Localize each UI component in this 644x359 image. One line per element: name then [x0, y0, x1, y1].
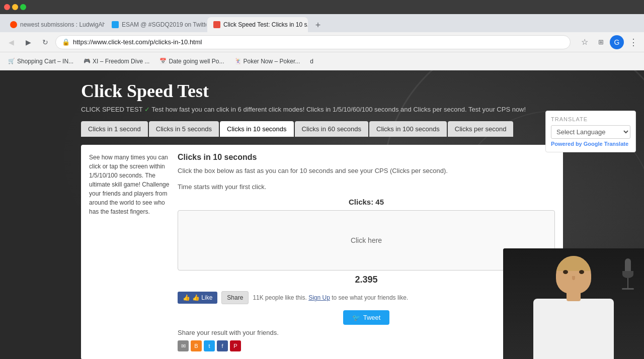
- star-icon[interactable]: ☆: [578, 35, 592, 49]
- sidebar-text: See how many times you can click or tap …: [89, 153, 170, 216]
- site-title: Click Speed Test: [81, 80, 563, 102]
- bookmark-icon-poker: 🃏: [234, 58, 242, 64]
- bookmark-xi[interactable]: 🎮 XI – Freedom Dive ...: [79, 55, 153, 68]
- social-row: 👍 👍 Like Share 11K people like this. Sig…: [178, 291, 555, 304]
- main-panel: Clicks in 10 seconds Click the box below…: [178, 153, 555, 351]
- twitter-icon: 🐦: [352, 314, 360, 321]
- shirt: [533, 299, 614, 359]
- tweet-label: Tweet: [363, 314, 381, 321]
- website-inner: Click Speed Test CLICK SPEED TEST ✓ Test…: [73, 70, 571, 359]
- tweet-button[interactable]: 🐦 Tweet: [343, 310, 390, 325]
- thumbs-up-icon: 👍: [183, 294, 190, 301]
- url-text: https://www.click-test.com/p/clicks-in-1…: [73, 38, 202, 46]
- tab-twitter[interactable]: ESAM @ #SGDQ2019 on Twitter:... ✕: [106, 17, 206, 32]
- address-bar[interactable]: 🔒 https://www.click-test.com/p/clicks-in…: [55, 35, 571, 49]
- left-eye: [563, 270, 568, 274]
- bookmark-icon-date: 📅: [159, 58, 167, 64]
- translate-powered: Powered by Google Translate: [551, 141, 630, 147]
- share-email-icon[interactable]: ✉: [178, 340, 189, 351]
- section-title: Clicks in 10 seconds: [178, 153, 555, 162]
- head: [556, 256, 591, 294]
- like-button[interactable]: 👍 👍 Like: [178, 292, 217, 304]
- tab-100seconds[interactable]: Clicks in 100 seconds: [369, 121, 447, 137]
- bookmark-poker[interactable]: 🃏 Poker Now – Poker...: [230, 55, 304, 68]
- tab-label-twitter: ESAM @ #SGDQ2019 on Twitter:...: [122, 21, 206, 28]
- sidebar: See how many times you can click or tap …: [89, 153, 170, 351]
- website: Click Speed Test CLICK SPEED TEST ✓ Test…: [0, 70, 644, 359]
- tab-clicktest[interactable]: Click Speed Test: Clicks in 10 s... ✕: [207, 17, 308, 32]
- right-eye: [579, 270, 584, 274]
- bookmark-date[interactable]: 📅 Date going well Po...: [155, 55, 228, 68]
- share-result-text: Share your result with your friends.: [178, 329, 555, 336]
- new-tab-button[interactable]: +: [311, 18, 325, 32]
- mode-tabs: Clicks in 1 second Clicks in 5 seconds C…: [81, 121, 563, 137]
- click-box[interactable]: Click here: [178, 210, 555, 271]
- instruction-line2: Time starts with your first click.: [178, 182, 555, 192]
- tab-reddit[interactable]: newest submissions : LudwigAh... ✕: [4, 17, 105, 32]
- share-blog-icon[interactable]: B: [191, 340, 202, 351]
- menu-icon[interactable]: ⋮: [626, 35, 640, 49]
- browser-chrome: newest submissions : LudwigAh... ✕ ESAM …: [0, 0, 644, 70]
- tab-5seconds[interactable]: Clicks in 5 seconds: [149, 121, 219, 137]
- bookmark-icon-xi: 🎮: [84, 58, 91, 64]
- translate-title: TRANSLATE: [551, 116, 630, 122]
- instruction-line1: Click the box below as fast as you can f…: [178, 166, 555, 176]
- bookmark-label-d: d: [310, 58, 313, 65]
- site-subtitle: CLICK SPEED TEST ✓ Test how fast you can…: [81, 106, 563, 113]
- bookmark-label-poker: Poker Now – Poker...: [244, 58, 300, 65]
- signup-link[interactable]: Sign Up: [308, 294, 330, 301]
- translate-widget: TRANSLATE Select Language English Spanis…: [545, 111, 636, 152]
- share-button[interactable]: Share: [221, 291, 249, 304]
- webcam-overlay: [503, 248, 644, 359]
- account-icon[interactable]: G: [610, 35, 624, 49]
- nav-bar: ◀ ▶ ↻ 🔒 https://www.click-test.com/p/cli…: [0, 32, 644, 52]
- google-text: Google: [584, 141, 603, 147]
- titlebar: [0, 0, 644, 14]
- tab-favicon-reddit: [10, 21, 17, 28]
- bookmark-icon-shopping: 🛒: [8, 58, 15, 64]
- bookmark-label-date: Date going well Po...: [169, 58, 224, 65]
- tab-10seconds[interactable]: Clicks in 10 seconds: [220, 121, 294, 137]
- tab-favicon-twitter: [112, 21, 119, 28]
- person-body: [523, 268, 624, 359]
- tab-bar: newest submissions : LudwigAh... ✕ ESAM …: [0, 14, 644, 32]
- extensions-icon[interactable]: ⊞: [594, 35, 608, 49]
- translate-text: Translate: [604, 141, 628, 147]
- content-wrapper: See how many times you can click or tap …: [81, 145, 563, 359]
- social-rest: to see what your friends like.: [332, 294, 408, 301]
- tab-favicon-clicktest: [213, 21, 220, 28]
- bookmark-d[interactable]: d: [306, 55, 317, 68]
- subtitle-rest: Test how fast you can click in 6 differe…: [151, 106, 526, 113]
- nav-icons-right: ☆ ⊞ G ⋮: [578, 35, 640, 49]
- tab-cps[interactable]: Clicks per second: [448, 121, 514, 137]
- bookmark-label-shopping: Shopping Cart – IN...: [17, 58, 73, 65]
- clicks-count: Clicks: 45: [178, 198, 555, 206]
- share-facebook-icon[interactable]: f: [217, 340, 228, 351]
- back-button[interactable]: ◀: [4, 35, 18, 49]
- bookmarks-bar: 🛒 Shopping Cart – IN... 🎮 XI – Freedom D…: [0, 52, 644, 70]
- tweet-container: 🐦 Tweet: [178, 310, 555, 325]
- like-label: 👍 Like: [192, 294, 212, 301]
- hair: [556, 256, 591, 271]
- social-text: 11K people like this. Sign Up to see wha…: [253, 294, 408, 301]
- forward-button[interactable]: ▶: [21, 35, 35, 49]
- bookmark-shopping[interactable]: 🛒 Shopping Cart – IN...: [4, 55, 77, 68]
- share-icons: ✉ B t f P: [178, 340, 555, 351]
- microphone: [622, 258, 634, 290]
- bookmark-label-xi: XI – Freedom Dive ...: [93, 58, 149, 65]
- tab-60seconds[interactable]: Clicks in 60 seconds: [295, 121, 369, 137]
- score-display: 2.395: [178, 275, 555, 285]
- language-select[interactable]: Select Language English Spanish French G…: [551, 125, 630, 139]
- social-count: 11K people like this.: [253, 294, 308, 301]
- powered-by-text: Powered by: [551, 141, 582, 147]
- tab-label-clicktest: Click Speed Test: Clicks in 10 s...: [223, 21, 308, 28]
- share-twitter-icon[interactable]: t: [204, 340, 215, 351]
- tab-label-reddit: newest submissions : LudwigAh...: [20, 21, 105, 28]
- webcam-background: [503, 248, 644, 359]
- nose: [572, 276, 575, 280]
- check-icon: ✓: [144, 106, 150, 113]
- tab-1second[interactable]: Clicks in 1 second: [81, 121, 148, 137]
- lock-icon: 🔒: [62, 38, 70, 46]
- share-pinterest-icon[interactable]: P: [230, 340, 241, 351]
- refresh-button[interactable]: ↻: [38, 35, 52, 49]
